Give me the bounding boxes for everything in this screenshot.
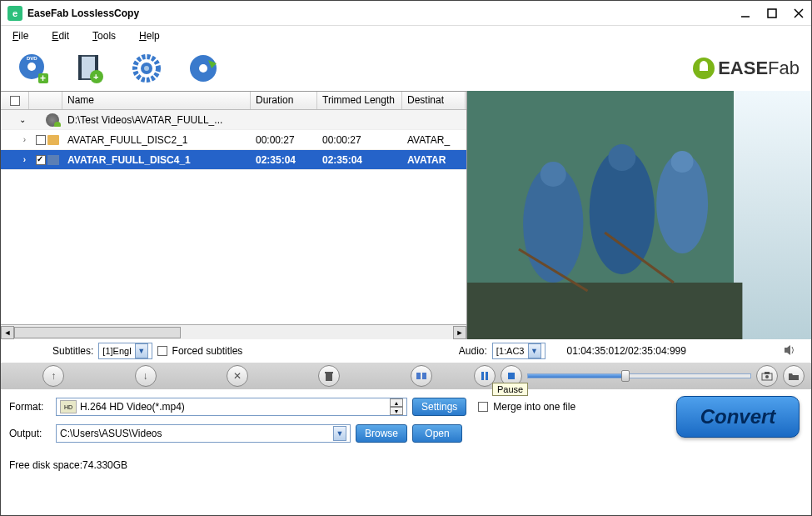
merge-label: Merge into one file bbox=[493, 401, 575, 413]
table-row-parent[interactable]: ⌄ D:\Test Videos\AVATAR_FUULL_... bbox=[1, 110, 466, 130]
parent-name: D:\Test Videos\AVATAR_FUULL_... bbox=[62, 114, 251, 126]
brand-icon bbox=[693, 58, 715, 79]
svg-rect-37 bbox=[486, 372, 488, 380]
maximize-button[interactable] bbox=[766, 8, 778, 19]
load-video-button[interactable]: + bbox=[72, 51, 107, 86]
svg-point-27 bbox=[608, 144, 635, 171]
audio-dropdown[interactable]: [1:AC3▼ bbox=[492, 343, 545, 359]
output-combo[interactable]: C:\Users\ASUS\Videos ▼ bbox=[56, 424, 351, 443]
preview-frame bbox=[467, 91, 811, 339]
film-icon bbox=[47, 155, 59, 165]
merge-checkbox[interactable] bbox=[478, 402, 488, 412]
col-destination[interactable]: Destinat bbox=[402, 92, 466, 109]
expand-icon[interactable]: › bbox=[23, 135, 26, 144]
row-checkbox[interactable] bbox=[36, 155, 46, 165]
format-label: Format: bbox=[9, 401, 51, 413]
row-duration: 02:35:04 bbox=[251, 154, 317, 166]
subtitles-dropdown[interactable]: [1]Engl▼ bbox=[98, 343, 152, 359]
horizontal-scrollbar[interactable]: ◄ ► bbox=[1, 324, 466, 339]
minimize-button[interactable] bbox=[740, 8, 751, 19]
format-combo[interactable]: HD H.264 HD Video(*.mp4) ▲▼ bbox=[56, 398, 407, 416]
scroll-left-button[interactable]: ◄ bbox=[1, 326, 14, 339]
svg-rect-22 bbox=[734, 91, 811, 339]
menubar: File Edit Tools Help bbox=[1, 26, 811, 46]
svg-rect-29 bbox=[467, 283, 742, 339]
move-up-button[interactable]: ↑ bbox=[42, 365, 64, 387]
svg-text:+: + bbox=[93, 72, 98, 82]
video-preview[interactable] bbox=[467, 91, 811, 339]
row-duration: 00:00:27 bbox=[251, 134, 317, 146]
format-value: H.264 HD Video(*.mp4) bbox=[80, 401, 386, 413]
playback-time: 01:04:35:012/02:35:04:999 bbox=[562, 345, 779, 357]
collapse-icon[interactable]: ⌄ bbox=[19, 115, 26, 124]
forced-subtitles-checkbox[interactable] bbox=[157, 346, 167, 356]
brand-logo: EASEFab bbox=[693, 58, 800, 79]
menu-edit[interactable]: Edit bbox=[52, 30, 69, 42]
svg-point-26 bbox=[541, 162, 566, 187]
app-window: е EaseFab LosslessCopy File Edit Tools H… bbox=[0, 0, 812, 516]
svg-rect-34 bbox=[416, 373, 421, 379]
controls-bar: ↑ ↓ ✕ bbox=[1, 363, 811, 389]
snapshot-button[interactable] bbox=[756, 365, 778, 387]
load-disc-button[interactable]: DVD+ bbox=[16, 51, 51, 86]
col-name[interactable]: Name bbox=[62, 92, 251, 109]
svg-point-19 bbox=[199, 64, 207, 73]
menu-file[interactable]: File bbox=[12, 30, 28, 42]
row-checkbox[interactable] bbox=[36, 135, 46, 145]
app-icon: е bbox=[7, 6, 22, 21]
select-all-checkbox[interactable] bbox=[10, 96, 20, 106]
open-button[interactable]: Open bbox=[412, 424, 462, 443]
svg-rect-36 bbox=[481, 372, 484, 380]
row-dest: AVATAR bbox=[402, 154, 466, 166]
brand-text-ease: EASE bbox=[718, 58, 768, 79]
row-name: AVATAR_FUULL_DISC4_1 bbox=[62, 154, 251, 166]
chevron-down-icon[interactable]: ▼ bbox=[333, 426, 346, 441]
toolbar: DVD+ + EASEFab bbox=[1, 46, 811, 91]
remove-button[interactable]: ✕ bbox=[227, 365, 248, 387]
format-icon: HD bbox=[60, 400, 77, 413]
scroll-right-button[interactable]: ► bbox=[453, 326, 466, 339]
table-row-selected[interactable]: › AVATAR_FUULL_DISC4_1 02:35:04 02:35:04… bbox=[1, 150, 466, 170]
forced-subtitles-label: Forced subtitles bbox=[172, 345, 243, 357]
svg-text:DVD: DVD bbox=[27, 56, 37, 61]
volume-icon[interactable] bbox=[783, 343, 798, 358]
output-label: Output: bbox=[9, 428, 51, 439]
svg-point-28 bbox=[671, 151, 694, 173]
format-down-button[interactable]: ▼ bbox=[390, 407, 403, 415]
expand-icon[interactable]: › bbox=[23, 155, 26, 164]
scroll-thumb[interactable] bbox=[14, 327, 181, 338]
status-bar: Free disk space:74.330GB bbox=[1, 456, 811, 474]
seek-bar[interactable] bbox=[527, 373, 751, 378]
svg-point-40 bbox=[765, 375, 769, 378]
browse-button[interactable]: Browse bbox=[356, 424, 407, 443]
menu-tools[interactable]: Tools bbox=[92, 30, 116, 42]
chevron-down-icon[interactable]: ▼ bbox=[135, 343, 148, 358]
chevron-down-icon[interactable]: ▼ bbox=[528, 343, 541, 358]
disc-icon bbox=[46, 113, 59, 127]
col-duration[interactable]: Duration bbox=[251, 92, 317, 109]
svg-rect-33 bbox=[325, 372, 333, 373]
trim-button[interactable] bbox=[411, 365, 432, 387]
table-row[interactable]: › AVATAR_FUULL_DISC2_1 00:00:27 00:00:27… bbox=[1, 130, 466, 150]
convert-button[interactable]: Convert bbox=[676, 396, 800, 438]
menu-help[interactable]: Help bbox=[139, 30, 160, 42]
move-down-button[interactable]: ↓ bbox=[135, 365, 157, 387]
folder-button[interactable] bbox=[783, 365, 805, 387]
format-up-button[interactable]: ▲ bbox=[390, 398, 403, 407]
settings-button[interactable]: Settings bbox=[412, 398, 466, 416]
close-button[interactable] bbox=[793, 8, 805, 19]
seek-knob[interactable] bbox=[621, 370, 630, 382]
pause-tooltip: Pause bbox=[492, 383, 528, 396]
svg-rect-41 bbox=[765, 372, 770, 374]
disc-action-button[interactable] bbox=[186, 51, 221, 86]
subtitles-value: [1]Engl bbox=[102, 346, 131, 356]
film-icon bbox=[47, 135, 59, 145]
grid-body: ⌄ D:\Test Videos\AVATAR_FUULL_... › AVAT… bbox=[1, 110, 466, 324]
row-trimmed: 00:00:27 bbox=[317, 134, 402, 146]
settings-button[interactable] bbox=[129, 51, 164, 86]
titlebar: е EaseFab LosslessCopy bbox=[1, 1, 811, 26]
row-trimmed: 02:35:04 bbox=[317, 154, 402, 166]
delete-button[interactable] bbox=[318, 365, 340, 387]
svg-rect-1 bbox=[768, 9, 776, 18]
col-trimmed[interactable]: Trimmed Length bbox=[317, 92, 402, 109]
